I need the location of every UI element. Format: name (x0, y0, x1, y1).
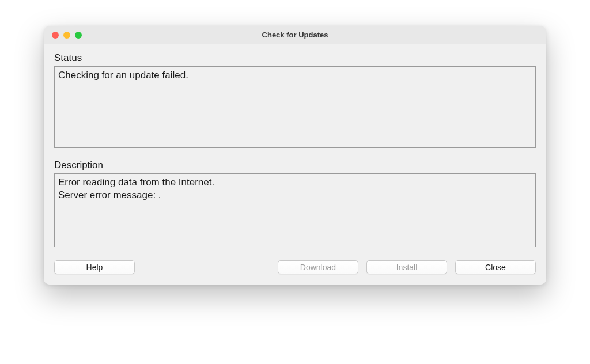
help-button[interactable]: Help (54, 260, 135, 274)
status-text-box[interactable]: Checking for an update failed. (54, 66, 536, 148)
window-title: Check for Updates (44, 31, 546, 39)
close-window-icon[interactable] (52, 32, 59, 39)
minimize-window-icon[interactable] (63, 32, 70, 39)
status-label: Status (54, 52, 536, 64)
dialog-content: Status Checking for an update failed. De… (44, 44, 546, 252)
description-label: Description (54, 160, 536, 171)
close-button[interactable]: Close (455, 260, 536, 274)
maximize-window-icon[interactable] (75, 32, 82, 39)
button-row: Help Download Install Close (44, 252, 546, 285)
titlebar: Check for Updates (44, 26, 546, 44)
description-text-box[interactable]: Error reading data from the Internet. Se… (54, 173, 536, 247)
install-button[interactable]: Install (366, 260, 447, 274)
update-dialog-window: Check for Updates Status Checking for an… (44, 26, 546, 285)
download-button[interactable]: Download (278, 260, 358, 274)
traffic-lights (44, 32, 82, 39)
spacer (143, 260, 270, 274)
